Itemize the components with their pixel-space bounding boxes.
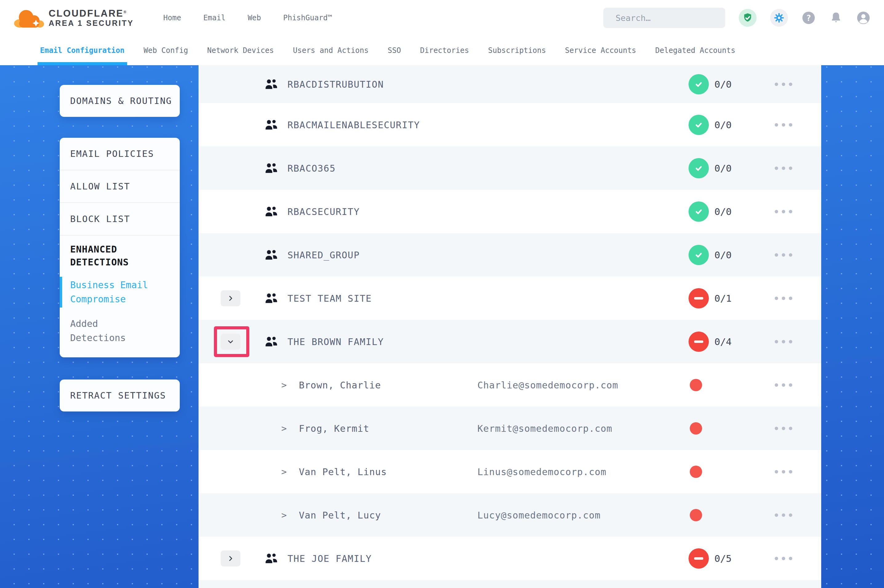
check-badge-icon xyxy=(689,158,709,178)
group-icon xyxy=(264,336,278,348)
settings-button[interactable] xyxy=(770,9,788,27)
tab-network-devices[interactable]: Network Devices xyxy=(207,36,274,65)
gear-icon xyxy=(770,9,788,27)
tab-directories[interactable]: Directories xyxy=(420,36,469,65)
security-status-button[interactable] xyxy=(739,9,756,27)
sidebar-item-email-policies[interactable]: EMAIL POLICIES xyxy=(60,138,180,170)
config-tabs: Email Configuration Web Config Network D… xyxy=(0,36,884,65)
group-name[interactable]: TEST TEAM SITE xyxy=(287,293,372,303)
person-circle-icon xyxy=(856,11,870,25)
tab-web-config[interactable]: Web Config xyxy=(144,36,188,65)
nav-web[interactable]: Web xyxy=(248,14,261,22)
member-chevron-icon[interactable]: > xyxy=(281,466,287,477)
row-menu-button[interactable] xyxy=(775,166,792,170)
nav-home[interactable]: Home xyxy=(164,14,181,22)
row-menu-button[interactable] xyxy=(775,210,792,213)
partial-row xyxy=(198,580,821,588)
nav-email[interactable]: Email xyxy=(203,14,225,22)
group-row: THE BROWN FAMILY 0/4 xyxy=(198,320,821,363)
expand-button[interactable] xyxy=(221,550,241,567)
tab-sso[interactable]: SSO xyxy=(388,36,401,65)
sidebar: DOMAINS & ROUTING EMAIL POLICIES ALLOW L… xyxy=(60,85,180,411)
row-menu-button[interactable] xyxy=(775,513,792,517)
member-count: 0/0 xyxy=(714,249,732,261)
row-menu-button[interactable] xyxy=(775,253,792,256)
tab-email-configuration[interactable]: Email Configuration xyxy=(40,36,125,65)
member-row: > Frog, Kermit Kermit@somedemocorp.com xyxy=(198,406,821,450)
sidebar-item-allow-list[interactable]: ALLOW LIST xyxy=(60,170,180,202)
member-name[interactable]: Brown, Charlie xyxy=(299,380,381,390)
primary-nav: Home Email Web PhishGuard™ xyxy=(164,14,332,22)
member-count: 0/4 xyxy=(714,336,732,347)
group-name[interactable]: RBACSECURITY xyxy=(287,206,360,217)
red-status-dot xyxy=(690,422,702,435)
member-name[interactable]: Frog, Kermit xyxy=(299,423,369,434)
row-menu-button[interactable] xyxy=(775,383,792,387)
red-status-dot xyxy=(690,509,702,521)
search-input[interactable] xyxy=(616,13,721,23)
group-name[interactable]: THE BROWN FAMILY xyxy=(287,336,384,347)
member-count: 0/1 xyxy=(714,293,732,304)
row-menu-button[interactable] xyxy=(775,556,792,560)
member-row: > Van Pelt, Linus Linus@somedemocorp.com xyxy=(198,450,821,493)
row-menu-button[interactable] xyxy=(775,297,792,300)
group-name[interactable]: RBACDISTRUBUTION xyxy=(287,79,384,90)
sidebar-item-retract-settings[interactable]: RETRACT SETTINGS xyxy=(60,380,180,411)
account-button[interactable] xyxy=(856,11,870,25)
group-row: RBACO365 0/0 xyxy=(198,146,821,190)
tab-subscriptions[interactable]: Subscriptions xyxy=(488,36,546,65)
sidebar-card-domains-routing: DOMAINS & ROUTING xyxy=(60,85,180,117)
chevron-right-icon xyxy=(227,555,235,562)
row-menu-button[interactable] xyxy=(775,470,792,473)
member-chevron-icon[interactable]: > xyxy=(281,423,287,434)
notifications-button[interactable] xyxy=(829,11,843,25)
member-chevron-icon[interactable]: > xyxy=(281,510,287,520)
member-name[interactable]: Van Pelt, Lucy xyxy=(299,510,381,520)
tab-users-and-actions[interactable]: Users and Actions xyxy=(293,36,369,65)
sidebar-section-enhanced-detections: ENHANCED DETECTIONS Business Email Compr… xyxy=(60,236,180,357)
member-name[interactable]: Van Pelt, Linus xyxy=(299,466,387,477)
group-icon xyxy=(264,292,278,304)
help-button[interactable]: ? xyxy=(801,11,816,25)
group-name[interactable]: SHARED_GROUP xyxy=(287,249,360,260)
check-badge-icon xyxy=(689,74,709,94)
minus-badge-icon xyxy=(689,332,709,352)
group-name[interactable]: RBACMAILENABLESECURITY xyxy=(287,119,420,130)
sidebar-item-domains-routing[interactable]: DOMAINS & ROUTING xyxy=(60,85,180,117)
chevron-down-icon xyxy=(227,338,235,346)
member-chevron-icon[interactable]: > xyxy=(281,380,287,390)
header-actions: ? xyxy=(603,8,870,28)
sidebar-item-business-email-compromise[interactable]: Business Email Compromise xyxy=(70,278,156,306)
tab-service-accounts[interactable]: Service Accounts xyxy=(565,36,636,65)
group-name[interactable]: THE JOE FAMILY xyxy=(287,553,372,564)
enhanced-detections-heading: ENHANCED DETECTIONS xyxy=(70,243,153,269)
sidebar-card-email-policies: EMAIL POLICIES ALLOW LIST BLOCK LIST ENH… xyxy=(60,138,180,357)
collapse-button[interactable] xyxy=(221,334,241,350)
member-email: Charlie@somedemocorp.com xyxy=(477,380,618,390)
check-badge-icon xyxy=(689,201,709,222)
nav-phishguard[interactable]: PhishGuard™ xyxy=(283,14,332,22)
brand-name: CLOUDFLARE® xyxy=(49,8,134,19)
group-name[interactable]: RBACO365 xyxy=(287,163,336,174)
chevron-right-icon xyxy=(227,294,235,302)
page-content: DOMAINS & ROUTING EMAIL POLICIES ALLOW L… xyxy=(0,65,884,588)
shield-check-icon xyxy=(739,9,756,27)
expand-button[interactable] xyxy=(221,290,241,306)
member-count: 0/0 xyxy=(714,79,732,90)
top-header: CLOUDFLARE® AREA 1 SECURITY Home Email W… xyxy=(0,0,884,36)
tab-delegated-accounts[interactable]: Delegated Accounts xyxy=(655,36,735,65)
member-count: 0/5 xyxy=(714,553,732,564)
sidebar-item-added-detections[interactable]: Added Detections xyxy=(70,317,156,345)
member-count: 0/0 xyxy=(714,206,732,217)
row-menu-button[interactable] xyxy=(775,123,792,126)
groups-table: RBACDISTRUBUTION 0/0 RBACMAILENABLESECUR… xyxy=(198,65,821,588)
member-count: 0/0 xyxy=(714,163,732,174)
brand-subtitle: AREA 1 SECURITY xyxy=(49,19,134,28)
row-menu-button[interactable] xyxy=(775,340,792,343)
search-box[interactable] xyxy=(603,8,725,28)
sidebar-item-block-list[interactable]: BLOCK LIST xyxy=(60,203,180,235)
row-menu-button[interactable] xyxy=(775,82,792,86)
row-menu-button[interactable] xyxy=(775,426,792,430)
group-icon xyxy=(264,206,278,218)
cloudflare-logo[interactable]: CLOUDFLARE® AREA 1 SECURITY xyxy=(14,6,134,30)
